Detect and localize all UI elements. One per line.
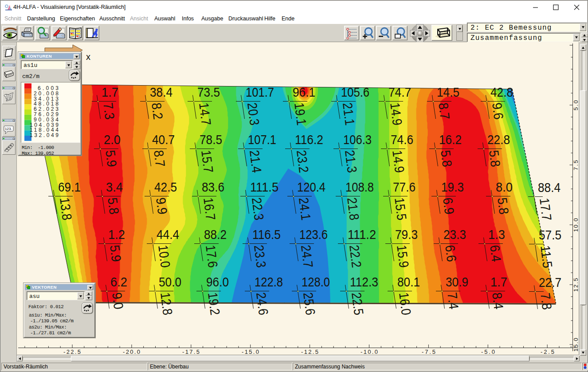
svg-text:5.9: 5.9 [103,149,119,168]
svg-text:12.5: 12.5 [572,278,579,292]
svg-text:5.8: 5.8 [438,149,455,168]
svg-text:-22.5: -22.5 [63,349,81,355]
svg-text:21.3: 21.3 [342,149,360,174]
svg-text:15.0: 15.0 [572,338,579,352]
svg-text:24.1: 24.1 [296,197,314,221]
svg-text:23.3: 23.3 [443,227,466,242]
svg-text:22.7: 22.7 [539,275,561,290]
svg-text:21.4: 21.4 [247,149,264,174]
svg-text:6.6: 6.6 [443,244,459,263]
svg-text:12.8: 12.8 [158,292,175,316]
svg-text:108.8: 108.8 [345,180,374,194]
svg-text:96.1: 96.1 [293,85,315,99]
svg-text:6.4: 6.4 [487,244,504,263]
svg-text:44.4: 44.4 [157,227,179,242]
svg-text:1.3: 1.3 [488,227,505,242]
svg-text:19.1: 19.1 [292,102,309,126]
svg-text:8.7: 8.7 [436,102,452,121]
svg-text:40.7: 40.7 [152,132,175,147]
svg-text:17.6: 17.6 [203,244,220,269]
svg-text:8.4: 8.4 [490,292,506,310]
svg-text:6.2: 6.2 [110,274,127,289]
svg-text:1.2: 1.2 [108,227,125,242]
svg-text:30.9: 30.9 [446,274,468,289]
svg-text:6.9: 6.9 [440,197,457,215]
svg-text:21.1: 21.1 [340,102,357,126]
svg-text:25.6: 25.6 [301,292,318,316]
svg-text:73.5: 73.5 [197,85,220,99]
svg-text:83.6: 83.6 [202,180,224,194]
svg-text:116.2: 116.2 [295,132,323,147]
svg-text:107.1: 107.1 [248,132,276,147]
svg-text:5.8: 5.8 [486,149,503,168]
svg-text:8.7: 8.7 [151,149,168,168]
svg-text:24.6: 24.6 [254,292,271,316]
svg-text:120.4: 120.4 [297,180,325,194]
svg-text:128.0: 128.0 [302,274,330,289]
svg-text:101.7: 101.7 [246,85,274,99]
svg-text:-20.0: -20.0 [123,349,140,355]
svg-text:7.4: 7.4 [445,292,461,310]
svg-text:42.5: 42.5 [154,180,177,194]
svg-text:13.8: 13.8 [57,197,74,221]
svg-text:10.0: 10.0 [156,244,173,269]
svg-text:5.8: 5.8 [105,197,122,215]
svg-text:14.9: 14.9 [390,149,407,174]
svg-text:132.049: 132.049 [30,132,59,138]
svg-text:69.1: 69.1 [58,180,81,194]
svg-text:88.4: 88.4 [538,180,561,195]
svg-text:-10.0: -10.0 [361,349,378,355]
svg-text:22.5: 22.5 [349,292,366,316]
svg-text:15.5: 15.5 [392,197,409,221]
svg-text:7.3: 7.3 [101,102,117,121]
svg-text:15.9: 15.9 [394,244,412,269]
svg-text:5.0: 5.0 [572,100,579,110]
svg-text:88.2: 88.2 [204,227,227,242]
svg-text:42.8: 42.8 [490,85,513,99]
svg-text:16.2: 16.2 [439,132,462,147]
svg-text:74.7: 74.7 [388,85,411,99]
svg-text:111.2: 111.2 [348,227,376,242]
svg-text:19.3: 19.3 [441,180,464,194]
svg-text:80.1: 80.1 [397,274,420,289]
svg-text:15.7: 15.7 [199,149,216,174]
svg-text:22.8: 22.8 [487,132,510,147]
svg-text:14.5: 14.5 [437,85,459,99]
svg-text:21.8: 21.8 [345,197,362,221]
svg-text:-17.5: -17.5 [182,349,200,355]
svg-text:9.9: 9.9 [153,197,170,215]
svg-text:7.8: 7.8 [538,292,554,311]
svg-text:5.8: 5.8 [495,197,511,215]
svg-text:-12.5: -12.5 [301,349,318,355]
svg-text:24.7: 24.7 [298,244,316,269]
svg-text:50.0: 50.0 [159,274,181,289]
svg-text:14.9: 14.9 [388,102,405,126]
svg-text:116.5: 116.5 [252,227,281,242]
svg-text:79.3: 79.3 [395,227,418,242]
svg-text:x: x [86,52,90,62]
svg-text:5.9: 5.9 [107,244,124,263]
svg-text:8.0: 8.0 [496,180,513,194]
svg-text:7.5: 7.5 [572,160,579,170]
svg-text:11.5: 11.5 [538,245,555,269]
svg-text:74.6: 74.6 [391,132,413,147]
svg-text:23.3: 23.3 [251,244,269,269]
svg-text:2.0: 2.0 [104,132,121,147]
svg-text:14.7: 14.7 [196,102,214,126]
svg-text:78.5: 78.5 [200,132,222,147]
svg-text:1.7: 1.7 [102,85,118,99]
svg-text:96.0: 96.0 [206,274,229,289]
svg-text:105.6: 105.6 [341,85,369,99]
svg-text:8.2: 8.2 [149,102,165,121]
svg-text:123.: 123. [5,127,12,131]
svg-text:16.0: 16.0 [396,292,414,316]
svg-text:17.7: 17.7 [537,197,554,222]
svg-text:57.5: 57.5 [539,227,561,242]
svg-text:9.0: 9.0 [110,292,126,310]
svg-text:-15.0: -15.0 [242,349,259,355]
svg-text:111.5: 111.5 [250,180,278,194]
svg-text:16.7: 16.7 [201,197,218,221]
svg-text:77.6: 77.6 [393,180,416,194]
svg-text:123.6: 123.6 [299,227,328,242]
svg-text:106.3: 106.3 [343,132,372,147]
